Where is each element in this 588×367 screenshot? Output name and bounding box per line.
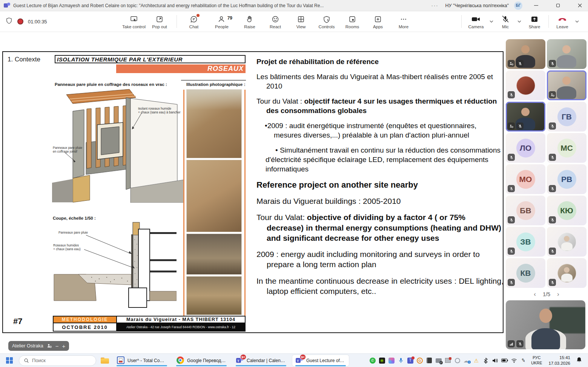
photos-icon[interactable] [388, 357, 395, 364]
participant-tile[interactable]: МС [547, 133, 586, 163]
start-button[interactable] [3, 355, 16, 366]
people-button[interactable]: 79 People [208, 12, 236, 31]
tile-status-badges [549, 185, 556, 192]
usb-drive-icon[interactable]: ✓ [435, 357, 442, 364]
rooms-button[interactable]: Rooms [341, 12, 364, 31]
participant-initials: ЛО [516, 139, 535, 158]
taskbar-app-chrome[interactable]: Google Переводчик... [173, 355, 230, 366]
wifi-icon[interactable] [510, 357, 517, 364]
titlebar-overflow-button[interactable]: ··· [430, 3, 440, 8]
mic-muted-icon [549, 154, 556, 161]
mic-options-chevron[interactable] [515, 20, 524, 23]
language-indicator[interactable]: РУС UKRE [529, 355, 544, 365]
mic-button[interactable]: Mic [496, 12, 514, 31]
notebook-icon[interactable] [425, 357, 433, 364]
slide-text-column: Projet de réhabilitation de référenceLes… [256, 57, 504, 302]
camera-options-chevron[interactable] [487, 20, 496, 23]
clock[interactable]: 15:41 17.03.2026 [546, 355, 573, 366]
pen-input-icon[interactable]: ✎ [520, 357, 527, 364]
pop-out-button[interactable]: Pop out [148, 12, 171, 31]
participant-tile[interactable]: ЛО [506, 133, 545, 163]
slide-paragraph: Projet de réhabilitation de référence [256, 57, 504, 67]
raise-hand-button[interactable]: Raise [238, 12, 261, 31]
whatsapp-icon[interactable]: ✆ [369, 357, 376, 364]
taskbar-app-label: Google Переводчик... [187, 358, 226, 363]
zoom-in-button[interactable]: + [62, 343, 65, 349]
volume-icon[interactable] [491, 357, 499, 364]
microphone-icon[interactable] [397, 357, 404, 364]
zoom-out-button[interactable]: − [55, 343, 59, 349]
onedrive-icon[interactable]: ☁‖ [463, 357, 470, 364]
notifications-bell-icon[interactable] [575, 357, 585, 364]
participant-tile[interactable] [547, 70, 586, 100]
tile-status-badges [508, 248, 515, 255]
sync-icon[interactable] [454, 357, 461, 364]
apps-button[interactable]: Apps [366, 12, 390, 31]
tile-status-badges [549, 122, 556, 130]
participant-tile[interactable] [547, 227, 586, 257]
sharer-pill[interactable]: Atelier Ostraka − + [8, 341, 69, 351]
tile-status-badges [508, 279, 515, 286]
mic-muted-icon [508, 154, 515, 161]
maximize-button[interactable] [550, 0, 566, 11]
participants-grid: ГВЛОМСМОРВБВКЮЗВКВ [506, 39, 587, 288]
active-speaker-tile[interactable] [506, 300, 585, 349]
tile-status-badges [549, 60, 556, 67]
participant-tile[interactable] [547, 39, 586, 69]
taskbar-search[interactable]: Поиск [19, 355, 96, 366]
window-title: Guest Lecture of Bijan Azmayesh and Robe… [13, 3, 324, 8]
participant-tile[interactable] [506, 39, 545, 69]
battery-icon[interactable] [501, 357, 508, 364]
mic-muted-icon [508, 185, 515, 192]
bluetooth-icon[interactable] [482, 357, 489, 364]
participant-tile[interactable] [506, 102, 545, 132]
mic-muted-icon [508, 279, 515, 286]
g-service-icon[interactable]: G [416, 357, 423, 364]
react-button[interactable]: React [264, 12, 287, 31]
view-button[interactable]: View [289, 12, 313, 31]
photo-caption: Illustration photographique : [186, 82, 246, 87]
mic-muted-icon [516, 340, 524, 347]
participant-tile[interactable]: БВ [506, 196, 545, 225]
gallery-prev-button[interactable]: ‹ [532, 291, 537, 298]
tile-status-badges [508, 60, 524, 67]
share-button[interactable]: Share [524, 12, 545, 31]
camera-button[interactable]: Camera [465, 12, 487, 31]
participant-tile[interactable] [547, 258, 586, 288]
participant-tile[interactable]: РВ [547, 164, 586, 194]
participant-avatar [516, 76, 535, 95]
teams-app-icon [4, 2, 10, 9]
taskbar-app-total-commander[interactable]: User^ - Total Comm... [114, 355, 170, 366]
participant-tile[interactable]: МО [506, 164, 545, 194]
mic-muted-icon [508, 91, 515, 98]
participant-tile[interactable]: ЗВ [506, 227, 545, 257]
snipping-icon[interactable] [444, 357, 451, 364]
participant-tile[interactable]: КВ [506, 258, 545, 288]
participant-tile[interactable]: ГВ [547, 102, 586, 132]
controls-button[interactable]: Controls [315, 12, 338, 31]
sharer-name: Atelier Ostraka [12, 343, 43, 349]
participant-tile[interactable]: КЮ [547, 196, 586, 225]
chat-button[interactable]: Chat [182, 12, 206, 31]
take-control-button[interactable]: Take control [122, 12, 146, 31]
security-warning-icon[interactable]: ⚠ [473, 357, 480, 364]
leave-options-chevron[interactable] [573, 20, 581, 23]
file-explorer-button[interactable] [99, 355, 111, 366]
taskbar-app-teams[interactable]: T9+Guest Lecture of Bija... [292, 355, 349, 366]
more-button[interactable]: More [392, 12, 415, 31]
spotlight-icon [508, 60, 515, 67]
participant-video-body [557, 55, 576, 68]
chrome-icon [177, 356, 184, 364]
teams-tray-icon[interactable]: T [407, 357, 414, 364]
tile-status-badges [508, 216, 515, 223]
taskbar-app-teams[interactable]: T9+Calendar | Calendar | ... [233, 355, 289, 366]
leave-button[interactable]: Leave [553, 12, 572, 31]
minimize-button[interactable] [528, 0, 544, 11]
participant-tile[interactable] [506, 70, 545, 100]
user-avatar[interactable]: БГ [514, 2, 522, 10]
window-titlebar: Guest Lecture of Bijan Azmayesh and Robe… [0, 0, 588, 11]
gallery-next-button[interactable]: › [556, 291, 561, 298]
close-button[interactable] [571, 0, 588, 11]
people-icon: 79 [217, 14, 226, 24]
nvidia-icon[interactable]: ◉ [378, 357, 385, 364]
